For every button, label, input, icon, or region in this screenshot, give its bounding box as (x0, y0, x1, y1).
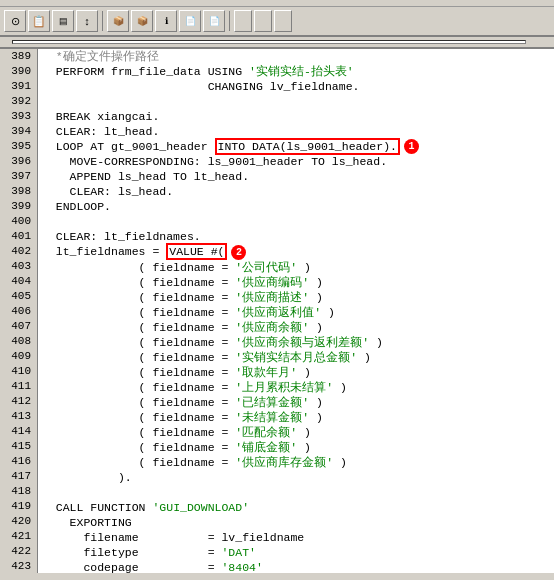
line-number-416: 416 (4, 454, 33, 469)
code-line-393: BREAK xiangcai. (42, 109, 550, 124)
comment-line: *确定文件操作路径 (42, 50, 159, 63)
code-line-417: ). (42, 470, 550, 485)
main-toolbar: ⊙ 📋 ▤ ↕ 📦 📦 ℹ 📄 📄 (0, 7, 554, 37)
line-number-422: 422 (4, 544, 33, 559)
line-number-419: 419 (4, 499, 33, 514)
line-number-407: 407 (4, 319, 33, 334)
line-number-404: 404 (4, 274, 33, 289)
line-number-421: 421 (4, 529, 33, 544)
line-number-418: 418 (4, 484, 33, 499)
line-number-413: 413 (4, 409, 33, 424)
info-button[interactable]: ℹ (155, 10, 177, 32)
code-line-405: ( fieldname = '供应商描述' ) (42, 290, 550, 305)
line-number-397: 397 (4, 169, 33, 184)
line-number-399: 399 (4, 199, 33, 214)
highlight-box-1: INTO DATA(ls_9001_header). (215, 138, 400, 155)
code-line-399: ENDLOOP. (42, 199, 550, 214)
code-line-401: CLEAR: lt_fieldnames. (42, 229, 550, 244)
code-line-392 (42, 94, 550, 109)
filename-box (12, 40, 526, 44)
badge-1: 1 (404, 139, 419, 154)
line-number-393: 393 (4, 109, 33, 124)
line-number-411: 411 (4, 379, 33, 394)
line-number-396: 396 (4, 154, 33, 169)
badge-2: 2 (231, 245, 246, 260)
pkg-button1[interactable]: 📦 (107, 10, 129, 32)
copy-button[interactable]: 📋 (28, 10, 50, 32)
line-number-391: 391 (4, 79, 33, 94)
code-line-406: ( fieldname = '供应商返利值' ) (42, 305, 550, 320)
status-label (532, 41, 548, 43)
code-line-407: ( fieldname = '供应商余额' ) (42, 320, 550, 335)
text-element-button[interactable] (274, 10, 292, 32)
code-line-404: ( fieldname = '供应商编码' ) (42, 275, 550, 290)
code-line-420: EXPORTING (42, 515, 550, 530)
code-line-423: codepage = '8404' (42, 560, 550, 573)
code-line-416: ( fieldname = '供应商库存金额' ) (42, 455, 550, 470)
code-line-390: PERFORM frm_file_data USING '实销实结-抬头表' (42, 64, 550, 79)
line-number-403: 403 (4, 259, 33, 274)
code-line-397: APPEND ls_head TO lt_head. (42, 169, 550, 184)
line-number-417: 417 (4, 469, 33, 484)
line-number-412: 412 (4, 394, 33, 409)
line-number-392: 392 (4, 94, 33, 109)
line-number-409: 409 (4, 349, 33, 364)
doc-button1[interactable]: 📄 (179, 10, 201, 32)
line-number-395: 395 (4, 139, 33, 154)
code-line-411: ( fieldname = '上月累积未结算' ) (42, 380, 550, 395)
code-line-396: MOVE-CORRESPONDING: ls_9001_header TO ls… (42, 154, 550, 169)
sort-button[interactable]: ↕ (76, 10, 98, 32)
line-number-415: 415 (4, 439, 33, 454)
back-button[interactable]: ⊙ (4, 10, 26, 32)
code-line-421: filename = lv_fieldname (42, 530, 550, 545)
line-number-414: 414 (4, 424, 33, 439)
code-line-422: filetype = 'DAT' (42, 545, 550, 560)
code-line-418 (42, 485, 550, 500)
sep2 (229, 11, 230, 31)
highlight-box-2: VALUE #( (166, 243, 227, 260)
code-area: 3893903913923933943953963973983994004014… (0, 49, 554, 573)
line-number-401: 401 (4, 229, 33, 244)
line-number-410: 410 (4, 364, 33, 379)
line-number-420: 420 (4, 514, 33, 529)
code-line-394: CLEAR: lt_head. (42, 124, 550, 139)
title-bar (0, 0, 554, 7)
code-line-408: ( fieldname = '供应商余额与返利差额' ) (42, 335, 550, 350)
line-number-402: 402 (4, 244, 33, 259)
pkg-button2[interactable]: 📦 (131, 10, 153, 32)
code-line-402: lt_fieldnames = VALUE #(2 (42, 244, 550, 259)
code-line-412: ( fieldname = '已结算金额' ) (42, 395, 550, 410)
code-line-389: *确定文件操作路径 (42, 49, 550, 64)
header-bar (0, 37, 554, 49)
mode-button[interactable] (234, 10, 252, 32)
code-line-391: CHANGING lv_fieldname. (42, 79, 550, 94)
line-number-390: 390 (4, 64, 33, 79)
line-number-400: 400 (4, 214, 33, 229)
doc-button2[interactable]: 📄 (203, 10, 225, 32)
line-numbers: 3893903913923933943953963973983994004014… (0, 49, 38, 573)
code-line-398: CLEAR: ls_head. (42, 184, 550, 199)
line-number-398: 398 (4, 184, 33, 199)
beautify-button[interactable] (254, 10, 272, 32)
code-line-409: ( fieldname = '实销实结本月总金额' ) (42, 350, 550, 365)
line-number-389: 389 (4, 49, 33, 64)
line-number-408: 408 (4, 334, 33, 349)
code-line-400 (42, 214, 550, 229)
lines-button[interactable]: ▤ (52, 10, 74, 32)
code-line-419: CALL FUNCTION 'GUI_DOWNLOAD' (42, 500, 550, 515)
code-line-413: ( fieldname = '未结算金额' ) (42, 410, 550, 425)
line-number-406: 406 (4, 304, 33, 319)
code-line-395: LOOP AT gt_9001_header INTO DATA(ls_9001… (42, 139, 550, 154)
code-content[interactable]: *确定文件操作路径 PERFORM frm_file_data USING '实… (38, 49, 554, 573)
line-number-423: 423 (4, 559, 33, 573)
code-line-414: ( fieldname = '匹配余额' ) (42, 425, 550, 440)
code-line-415: ( fieldname = '铺底金额' ) (42, 440, 550, 455)
line-number-405: 405 (4, 289, 33, 304)
code-line-403: ( fieldname = '公司代码' ) (42, 260, 550, 275)
sep1 (102, 11, 103, 31)
line-number-394: 394 (4, 124, 33, 139)
code-line-410: ( fieldname = '取款年月' ) (42, 365, 550, 380)
